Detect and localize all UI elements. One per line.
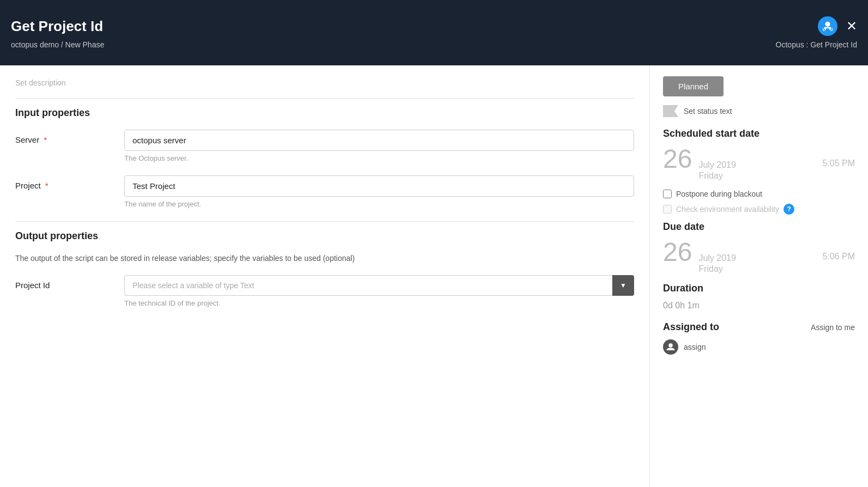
- user-name: assign: [684, 343, 706, 351]
- breadcrumb-left: octopus demo / New Phase: [11, 40, 104, 49]
- project-row: Project * The name of the project.: [15, 175, 634, 208]
- due-month-year: July 2019: [698, 253, 736, 263]
- server-required-star: *: [44, 135, 47, 144]
- page-title: Get Project Id: [11, 18, 103, 35]
- assigned-to-title: Assigned to: [663, 321, 719, 333]
- server-label: Server *: [15, 130, 124, 144]
- svg-point-0: [825, 22, 830, 27]
- check-env-checkbox[interactable]: [663, 205, 672, 214]
- due-day: 26: [663, 239, 692, 265]
- due-date-details: July 2019 Friday: [698, 253, 736, 274]
- help-icon[interactable]: ?: [783, 204, 794, 215]
- left-panel: Set description Input properties Server …: [0, 65, 650, 487]
- duration-value: 0d 0h 1m: [663, 301, 855, 311]
- project-label: Project *: [15, 175, 124, 190]
- assigned-header: Assigned to Assign to me: [663, 321, 855, 333]
- server-field: The Octopus server.: [124, 130, 634, 162]
- planned-button[interactable]: Planned: [663, 76, 724, 96]
- start-date-display: 26 July 2019 Friday 5:05 PM: [663, 146, 855, 181]
- avatar: [663, 339, 678, 355]
- due-weekday: Friday: [698, 264, 736, 274]
- due-date-display: 26 July 2019 Friday 5:06 PM: [663, 239, 855, 274]
- postpone-label: Postpone during blackout: [676, 190, 762, 198]
- divider-2: [15, 221, 634, 222]
- project-id-hint: The technical ID of the project.: [124, 299, 634, 307]
- set-status-text[interactable]: Set status text: [684, 107, 732, 115]
- due-time: 5:06 PM: [822, 252, 855, 261]
- duration-title: Duration: [663, 283, 855, 294]
- input-properties-title: Input properties: [15, 107, 634, 119]
- octopus-icon[interactable]: [818, 16, 837, 36]
- divider-1: [15, 98, 634, 99]
- start-weekday: Friday: [698, 171, 736, 181]
- postpone-row: Postpone during blackout: [663, 190, 855, 198]
- start-month-year: July 2019: [698, 160, 736, 170]
- server-hint: The Octopus server.: [124, 154, 634, 162]
- output-description: The output of the script can be stored i…: [15, 253, 634, 264]
- due-date-title: Due date: [663, 221, 855, 233]
- status-text-row: Set status text: [663, 105, 855, 117]
- project-hint: The name of the project.: [124, 200, 634, 208]
- breadcrumb-right: Octopus : Get Project Id: [776, 40, 857, 49]
- assigned-user-row: assign: [663, 339, 855, 355]
- project-field: The name of the project.: [124, 175, 634, 208]
- assign-me-link[interactable]: Assign to me: [811, 323, 855, 332]
- start-time: 5:05 PM: [822, 159, 855, 168]
- svg-point-1: [668, 343, 673, 348]
- main-content: Set description Input properties Server …: [0, 65, 868, 487]
- close-icon[interactable]: ✕: [846, 19, 857, 34]
- postpone-checkbox[interactable]: [663, 190, 672, 198]
- header-icons: ✕: [818, 16, 857, 36]
- server-row: Server * The Octopus server.: [15, 130, 634, 162]
- flag-icon: [663, 105, 678, 117]
- project-id-field: Please select a variable of type Text ▼ …: [124, 275, 634, 307]
- output-properties-title: Output properties: [15, 230, 634, 242]
- server-input[interactable]: [124, 130, 634, 151]
- project-id-label: Project Id: [15, 275, 124, 290]
- assigned-section: Assigned to Assign to me assign: [663, 321, 855, 355]
- set-description[interactable]: Set description: [15, 78, 634, 87]
- start-day: 26: [663, 146, 692, 172]
- project-required-star: *: [45, 181, 49, 190]
- project-id-row: Project Id Please select a variable of t…: [15, 275, 634, 307]
- check-env-label: Check environment availability: [676, 205, 779, 214]
- scheduled-start-title: Scheduled start date: [663, 128, 855, 139]
- project-input[interactable]: [124, 175, 634, 197]
- header: Get Project Id ✕ octopus demo / New Phas…: [0, 0, 868, 65]
- project-id-select[interactable]: Please select a variable of type Text: [124, 275, 634, 296]
- right-panel: Planned Set status text Scheduled start …: [650, 65, 868, 487]
- start-date-details: July 2019 Friday: [698, 160, 736, 181]
- project-id-select-wrapper: Please select a variable of type Text ▼: [124, 275, 634, 296]
- check-env-row: Check environment availability ?: [663, 204, 855, 215]
